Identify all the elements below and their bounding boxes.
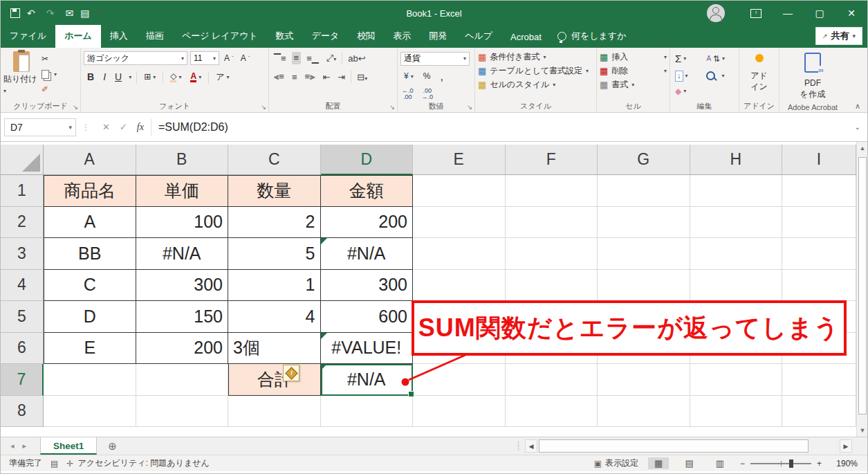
scroll-right-icon[interactable]: ▶ [840, 439, 852, 453]
row-header-5[interactable]: 5 [1, 301, 44, 333]
bold-button[interactable]: B [85, 70, 96, 85]
cell-D5[interactable]: 600 [321, 301, 414, 333]
tab-表示[interactable]: 表示 [384, 25, 420, 48]
insert-cells-button[interactable]: ▦挿入▾ [600, 51, 667, 63]
scroll-up-icon[interactable]: ▲ [857, 145, 868, 152]
align-top-button[interactable]: ▔≡ [272, 53, 288, 64]
cell-B4[interactable]: 300 [136, 270, 229, 302]
fill-handle[interactable] [408, 391, 414, 397]
increase-decimal-button[interactable]: ←.0.00 [402, 88, 414, 100]
cell-I2[interactable] [782, 207, 856, 239]
paste-button[interactable]: 貼り付け ▾ [3, 51, 39, 100]
enter-icon[interactable]: ✓ [120, 122, 127, 132]
orientation-button[interactable]: ⤢▾ [324, 52, 338, 64]
cell-A7[interactable] [44, 364, 136, 396]
column-header-E[interactable]: E [413, 145, 506, 175]
row-header-8[interactable]: 8 [1, 396, 44, 428]
cell-I8[interactable] [782, 396, 856, 428]
cell-G3[interactable] [598, 238, 690, 270]
tab-scroll-splitter[interactable]: ⋮⋮ [515, 442, 521, 450]
font-dialog-launcher-icon[interactable]: ↘ [261, 104, 266, 111]
percent-style-button[interactable]: % [421, 70, 433, 83]
borders-button[interactable]: ⊞▾ [142, 71, 158, 84]
cell-A3[interactable]: BB [44, 238, 136, 270]
select-all-button[interactable] [1, 145, 44, 175]
row-header-4[interactable]: 4 [1, 270, 44, 302]
format-painter-button[interactable]: ✐ [39, 83, 59, 96]
font-size-select[interactable]: 11▾ [190, 51, 219, 65]
cell-E2[interactable] [413, 207, 506, 239]
undo-icon[interactable]: ↶▾ [27, 8, 39, 18]
cell-A2[interactable]: A [44, 207, 136, 239]
tab-データ[interactable]: データ [303, 25, 349, 48]
font-color-button[interactable]: A▾ [188, 71, 203, 84]
sheet-nav-arrows[interactable]: ◂▸ [1, 441, 40, 450]
cell-D6[interactable]: #VALUE! [321, 333, 414, 365]
tab-数式[interactable]: 数式 [267, 25, 303, 48]
normal-view-icon[interactable]: ▦ [648, 457, 669, 469]
cell-H2[interactable] [690, 207, 783, 239]
tab-描画[interactable]: 描画 [137, 25, 173, 48]
cell-G7[interactable] [598, 364, 690, 396]
tab-ホーム[interactable]: ホーム [55, 25, 101, 48]
cell-I1[interactable] [782, 175, 856, 207]
tab-file[interactable]: ファイル [1, 25, 55, 48]
find-select-button[interactable]: ▾ [704, 70, 736, 82]
accessibility-status[interactable]: アクセシビリティ: 問題ありません [77, 457, 209, 469]
zoom-in-icon[interactable]: + [817, 459, 822, 468]
cell-C4[interactable]: 1 [228, 270, 321, 302]
conditional-formatting-button[interactable]: ▦条件付き書式▾ [478, 51, 593, 63]
fill-color-button[interactable]: ◇▾ [168, 71, 183, 84]
cell-H8[interactable] [690, 396, 783, 428]
zoom-slider[interactable] [750, 463, 811, 464]
row-header-1[interactable]: 1 [1, 175, 44, 207]
cell-D8[interactable] [321, 396, 414, 428]
scroll-down-icon[interactable]: ▼ [857, 427, 868, 434]
tell-me-box[interactable]: 何をしますか [557, 30, 627, 48]
align-left-button[interactable]: ⫷≡ [272, 71, 286, 83]
scroll-left-icon[interactable]: ◀ [525, 439, 537, 453]
row-header-2[interactable]: 2 [1, 207, 44, 239]
cell-A8[interactable] [44, 396, 136, 428]
cell-G1[interactable] [598, 175, 690, 207]
comma-style-button[interactable]: , [438, 69, 445, 85]
page-break-view-icon[interactable]: ▥ [710, 457, 730, 469]
cell-B3[interactable]: #N/A [136, 238, 229, 270]
increase-indent-button[interactable]: ⇥ [335, 71, 347, 83]
cell-F2[interactable] [506, 207, 598, 239]
horizontal-scroll-thumb[interactable] [539, 439, 809, 453]
cell-H7[interactable] [690, 364, 783, 396]
column-header-C[interactable]: C [228, 145, 321, 175]
addins-button[interactable]: アドイン [742, 51, 776, 92]
zoom-out-icon[interactable]: − [740, 459, 745, 468]
cell-I3[interactable] [782, 238, 856, 270]
cell-B7[interactable] [136, 364, 229, 396]
cell-C5[interactable]: 4 [228, 301, 321, 333]
cell-D3[interactable]: #N/A [321, 238, 414, 270]
align-bottom-button[interactable]: ≡▁ [304, 53, 321, 64]
sheet-tab-sheet1[interactable]: Sheet1 [40, 437, 97, 455]
zoom-level[interactable]: 190% [831, 459, 858, 468]
tab-挿入[interactable]: 挿入 [101, 25, 137, 48]
column-header-F[interactable]: F [506, 145, 598, 175]
cell-B1[interactable]: 単価 [136, 175, 229, 207]
align-center-button[interactable]: ≡ [290, 71, 299, 83]
name-box[interactable]: D7 ▾ [4, 118, 76, 136]
zoom-slider-thumb[interactable] [789, 459, 793, 468]
cell-F3[interactable] [506, 238, 598, 270]
cell-C3[interactable]: 5 [228, 238, 321, 270]
tab-Acrobat[interactable]: Acrobat [501, 27, 551, 48]
cancel-icon[interactable]: ✕ [102, 122, 110, 132]
create-pdf-button[interactable]: PDFを作成 [782, 51, 843, 100]
cell-G4[interactable] [598, 270, 690, 302]
merge-center-button[interactable]: ⊟▾ [355, 71, 369, 83]
formula-input[interactable]: =SUM(D2:D6) [151, 121, 855, 134]
page-layout-view-icon[interactable]: ▤ [678, 457, 699, 469]
error-checking-smart-tag[interactable]: ! [283, 365, 299, 381]
autosum-button[interactable]: Σ▾ [673, 51, 699, 67]
display-settings-button[interactable]: ▣ 表示設定 [594, 457, 638, 469]
cell-B6[interactable]: 200 [136, 333, 229, 365]
vertical-scroll-thumb[interactable] [858, 157, 867, 414]
cell-E1[interactable] [413, 175, 506, 207]
cell-H4[interactable] [690, 270, 783, 302]
